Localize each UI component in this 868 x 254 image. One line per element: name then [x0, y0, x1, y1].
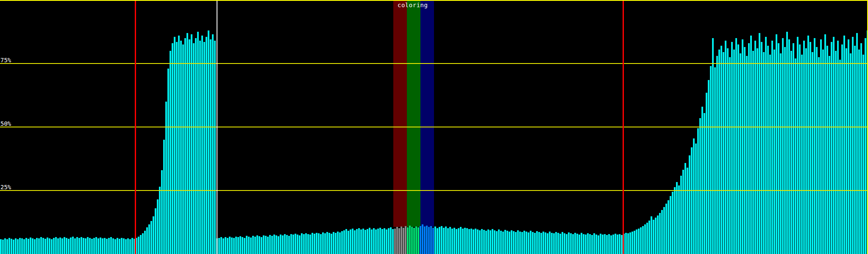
- labels-layer: coloring 75%50%25%: [0, 0, 868, 254]
- histogram-panel: coloring 75%50%25%: [0, 0, 868, 254]
- y-axis-label-25: 25%: [0, 185, 11, 190]
- coloring-label: coloring: [398, 3, 428, 8]
- y-axis-label-75: 75%: [0, 58, 11, 63]
- y-axis-label-50: 50%: [0, 121, 11, 127]
